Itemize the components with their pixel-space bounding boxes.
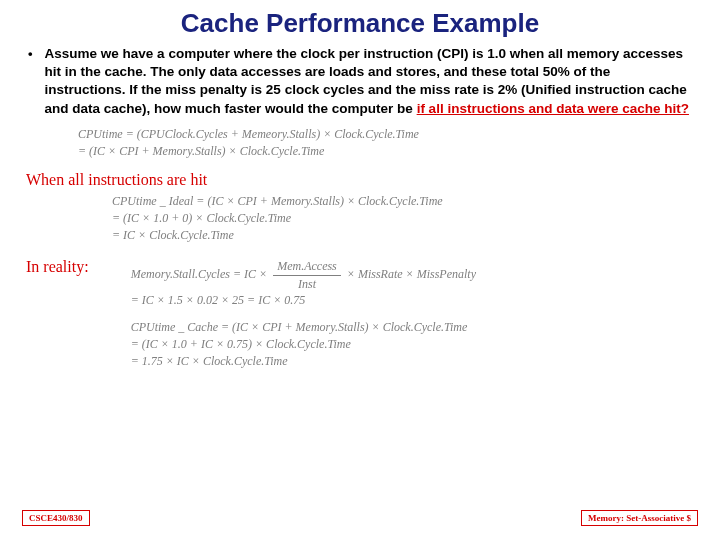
slide-title: Cache Performance Example — [24, 8, 696, 39]
footer-topic: Memory: Set-Associative $ — [581, 510, 698, 526]
subhead-reality: In reality: — [26, 258, 89, 276]
eq2-line3: = IC × Clock.Cycle.Time — [112, 227, 696, 244]
spacer — [131, 309, 476, 319]
footer-course-code: CSCE430/830 — [22, 510, 90, 526]
slide-content: Cache Performance Example • Assume we ha… — [0, 0, 720, 540]
equation-ideal: CPUtime _ Ideal = (IC × CPI + Memory.Sta… — [112, 193, 696, 243]
problem-statement: • Assume we have a computer where the cl… — [28, 45, 692, 118]
eq2-line1: CPUtime _ Ideal = (IC × CPI + Memory.Sta… — [112, 193, 696, 210]
bullet-highlight: if all instructions and data were cache … — [417, 101, 689, 116]
eq3-l1-post: × MissRate × MissPenalty — [344, 267, 476, 281]
bullet-text: Assume we have a computer where the cloc… — [45, 45, 692, 118]
equation-reality: Memory.Stall.Cycles = IC × Mem.AccessIns… — [131, 258, 476, 370]
equation-cputime: CPUtime = (CPUClock.Cycles + Memeory.Sta… — [78, 126, 696, 160]
eq3-line2: = IC × 1.5 × 0.02 × 25 = IC × 0.75 — [131, 292, 476, 309]
subhead-ideal: When all instructions are hit — [26, 171, 696, 189]
eq3-line5: = 1.75 × IC × Clock.Cycle.Time — [131, 353, 476, 370]
eq3-line4: = (IC × 1.0 + IC × 0.75) × Clock.Cycle.T… — [131, 336, 476, 353]
eq3-l1-pre: Memory.Stall.Cycles = IC × — [131, 267, 271, 281]
eq3-line3: CPUtime _ Cache = (IC × CPI + Memory.Sta… — [131, 319, 476, 336]
eq1-line1: CPUtime = (CPUClock.Cycles + Memeory.Sta… — [78, 126, 696, 143]
eq2-line2: = (IC × 1.0 + 0) × Clock.Cycle.Time — [112, 210, 696, 227]
bullet-marker: • — [28, 45, 33, 63]
eq1-line2: = (IC × CPI + Memory.Stalls) × Clock.Cyc… — [78, 143, 696, 160]
eq3-line1: Memory.Stall.Cycles = IC × Mem.AccessIns… — [131, 258, 476, 293]
fraction-memaccess: Mem.AccessInst — [273, 258, 341, 293]
frac-den: Inst — [273, 276, 341, 293]
in-reality-section: In reality: Memory.Stall.Cycles = IC × M… — [24, 258, 696, 370]
frac-num: Mem.Access — [273, 258, 341, 276]
